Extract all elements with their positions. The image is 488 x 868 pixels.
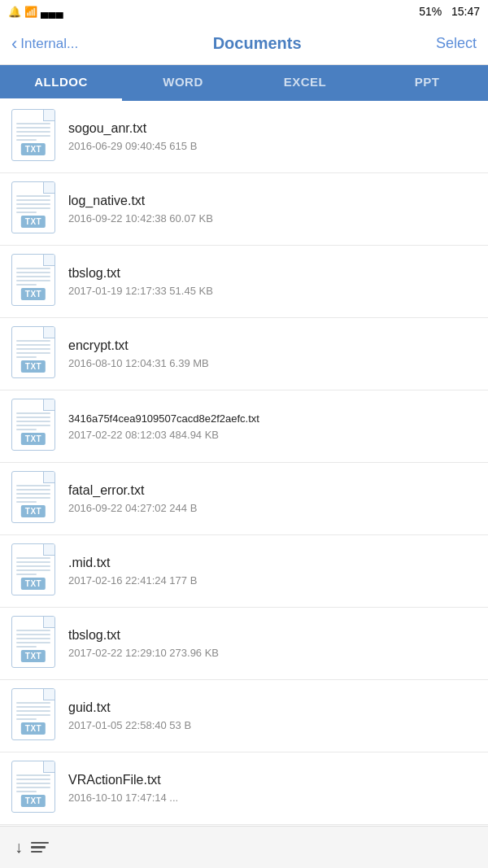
battery-percent: 51% xyxy=(419,5,442,18)
tab-word[interactable]: WORD xyxy=(122,65,244,101)
file-info: VRActionFile.txt 2016-10-10 17:47:14 ... xyxy=(68,773,477,804)
file-type-badge: TXT xyxy=(21,505,46,517)
file-icon: TXT xyxy=(11,471,55,523)
file-name: VRActionFile.txt xyxy=(68,773,477,787)
file-fold-icon xyxy=(43,472,54,483)
select-button[interactable]: Select xyxy=(436,35,477,52)
chevron-left-icon: ‹ xyxy=(11,33,17,55)
status-time-battery: 51% 15:47 xyxy=(419,5,480,18)
file-fold-icon xyxy=(43,110,54,121)
file-fold-icon xyxy=(43,182,54,194)
file-icon: TXT xyxy=(11,688,55,740)
page-title: Documents xyxy=(213,34,302,53)
list-item[interactable]: TXT sogou_anr.txt 2016-06-29 09:40:45 61… xyxy=(0,101,488,173)
wifi-icon: 📶 xyxy=(24,6,37,18)
file-info: guid.txt 2017-01-05 22:58:40 53 B xyxy=(68,700,477,731)
list-item[interactable]: TXT encrypt.txt 2016-08-10 12:04:31 6.39… xyxy=(0,318,488,390)
status-icons: 🔔 📶 ▄▄▄ xyxy=(8,6,63,18)
file-icon: TXT xyxy=(11,254,55,306)
file-fold-icon xyxy=(43,689,54,700)
list-item[interactable]: TXT .mid.txt 2017-02-16 22:41:24 177 B xyxy=(0,535,488,608)
file-icon: TXT xyxy=(11,399,55,451)
file-name: guid.txt xyxy=(68,700,477,715)
list-item[interactable]: TXT VRActionFile.txt 2016-10-10 17:47:14… xyxy=(0,752,488,825)
file-icon: TXT xyxy=(11,109,55,161)
file-icon: TXT xyxy=(11,761,55,813)
file-lines-decoration xyxy=(16,630,50,650)
list-item[interactable]: TXT guid.txt 2017-01-05 22:58:40 53 B xyxy=(0,680,488,752)
file-name: 3416a75f4cea9109507cacd8e2f2aefc.txt xyxy=(68,412,477,425)
file-meta: 2016-08-10 12:04:31 6.39 MB xyxy=(68,357,477,369)
file-info: encrypt.txt 2016-08-10 12:04:31 6.39 MB xyxy=(68,338,477,369)
file-type-badge: TXT xyxy=(21,433,46,445)
file-type-badge: TXT xyxy=(21,578,46,590)
file-meta: 2016-10-10 17:47:14 ... xyxy=(68,792,477,804)
file-fold-icon xyxy=(43,399,54,411)
file-lines-decoration xyxy=(16,340,50,360)
status-time: 15:47 xyxy=(451,5,480,18)
file-icon-wrap: TXT xyxy=(11,761,59,816)
file-info: tbslog.txt 2017-02-22 12:29:10 273.96 KB xyxy=(68,628,477,659)
file-lines-decoration xyxy=(16,123,50,143)
file-meta: 2016-09-22 04:27:02 244 B xyxy=(68,502,477,514)
file-lines-decoration xyxy=(16,412,50,433)
file-icon-wrap: TXT xyxy=(11,326,59,382)
file-meta: 2017-02-22 08:12:03 484.94 KB xyxy=(68,429,477,441)
nav-bar: ‹ Internal... Documents Select xyxy=(0,23,488,65)
file-meta: 2017-01-19 12:17:33 51.45 KB xyxy=(68,285,477,297)
file-lines-decoration xyxy=(16,268,50,288)
file-info: 3416a75f4cea9109507cacd8e2f2aefc.txt 201… xyxy=(68,412,477,441)
file-fold-icon xyxy=(43,761,54,773)
file-info: tbslog.txt 2017-01-19 12:17:33 51.45 KB xyxy=(68,266,477,297)
file-lines-decoration xyxy=(16,774,50,795)
file-fold-icon xyxy=(43,327,54,338)
file-fold-icon xyxy=(43,617,54,628)
file-icon-wrap: TXT xyxy=(11,616,59,671)
back-button[interactable]: ‹ Internal... xyxy=(11,33,78,55)
file-info: .mid.txt 2017-02-16 22:41:24 177 B xyxy=(68,556,477,587)
list-item[interactable]: TXT log_native.txt 2016-09-22 10:42:38 6… xyxy=(0,173,488,246)
tab-excel[interactable]: EXCEL xyxy=(244,65,366,101)
list-item[interactable]: TXT tbslog.txt 2017-02-22 12:29:10 273.9… xyxy=(0,608,488,680)
file-list: TXT sogou_anr.txt 2016-06-29 09:40:45 61… xyxy=(0,101,488,825)
file-icon: TXT xyxy=(11,543,55,595)
file-meta: 2016-06-29 09:40:45 615 B xyxy=(68,140,477,152)
file-icon-wrap: TXT xyxy=(11,471,59,526)
file-type-badge: TXT xyxy=(21,216,46,228)
tab-ppt[interactable]: PPT xyxy=(366,65,488,101)
file-icon: TXT xyxy=(11,616,55,668)
file-type-badge: TXT xyxy=(21,143,46,155)
file-name: encrypt.txt xyxy=(68,338,477,353)
file-icon-wrap: TXT xyxy=(11,254,59,309)
file-icon-wrap: TXT xyxy=(11,688,59,744)
tab-alldoc[interactable]: ALLDOC xyxy=(0,65,122,101)
signal-icon: ▄▄▄ xyxy=(41,6,63,18)
file-meta: 2017-01-05 22:58:40 53 B xyxy=(68,719,477,731)
file-type-badge: TXT xyxy=(21,360,46,373)
file-info: log_native.txt 2016-09-22 10:42:38 60.07… xyxy=(68,194,477,225)
bottom-bar: ↓ xyxy=(0,826,488,868)
file-fold-icon xyxy=(43,544,54,556)
list-item[interactable]: TXT fatal_error.txt 2016-09-22 04:27:02 … xyxy=(0,463,488,535)
file-icon-wrap: TXT xyxy=(11,543,59,599)
file-meta: 2016-09-22 10:42:38 60.07 KB xyxy=(68,212,477,225)
sort-button[interactable]: ↓ xyxy=(15,838,49,857)
file-lines-decoration xyxy=(16,557,50,578)
file-icon-wrap: TXT xyxy=(11,399,59,454)
list-item[interactable]: TXT 3416a75f4cea9109507cacd8e2f2aefc.txt… xyxy=(0,390,488,463)
file-type-badge: TXT xyxy=(21,288,46,300)
file-fold-icon xyxy=(43,255,54,266)
file-type-badge: TXT xyxy=(21,650,46,662)
file-name: .mid.txt xyxy=(68,556,477,570)
file-info: fatal_error.txt 2016-09-22 04:27:02 244 … xyxy=(68,483,477,514)
file-name: fatal_error.txt xyxy=(68,483,477,498)
file-meta: 2017-02-16 22:41:24 177 B xyxy=(68,574,477,587)
tab-bar: ALLDOC WORD EXCEL PPT xyxy=(0,65,488,101)
file-icon: TXT xyxy=(11,181,55,233)
file-lines-decoration xyxy=(16,195,50,216)
file-name: log_native.txt xyxy=(68,194,477,208)
notification-icon: 🔔 xyxy=(8,6,21,18)
file-icon-wrap: TXT xyxy=(11,109,59,164)
list-item[interactable]: TXT tbslog.txt 2017-01-19 12:17:33 51.45… xyxy=(0,246,488,318)
back-label: Internal... xyxy=(20,36,78,52)
